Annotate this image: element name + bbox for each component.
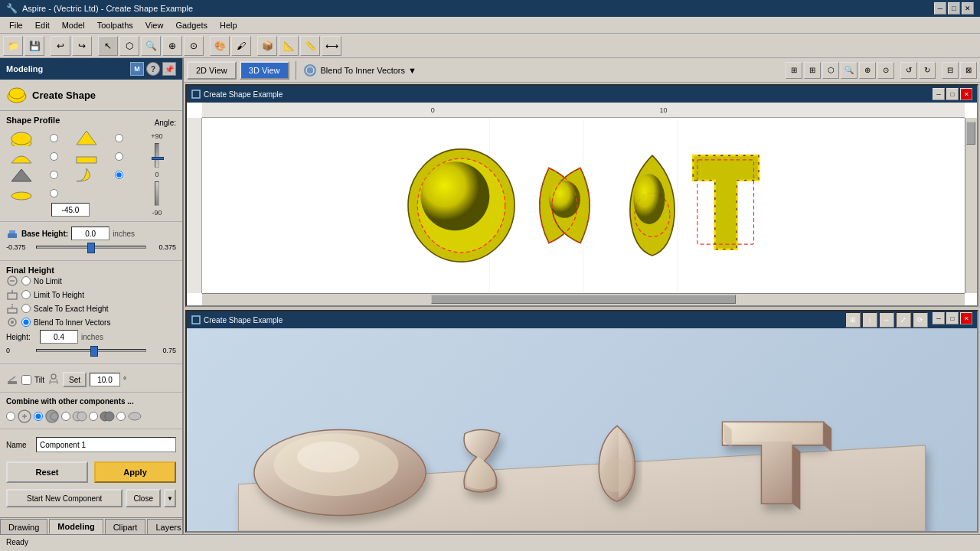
minimize-btn[interactable]: ─ (934, 2, 946, 15)
base-height-slider[interactable] (36, 246, 146, 249)
view-btn-extra1[interactable]: ↺ (900, 62, 917, 79)
tilt-set-btn[interactable]: Set (63, 372, 87, 387)
view-btn-extra3[interactable]: ⊟ (942, 62, 959, 79)
view-btn-extra2[interactable]: ↻ (919, 62, 936, 79)
vscroll-2d[interactable] (965, 118, 977, 293)
toolbar-btn-9[interactable]: 🖌 (231, 36, 251, 56)
radio-flat[interactable] (104, 152, 136, 161)
height-thumb[interactable] (90, 346, 98, 357)
blend-dropdown[interactable]: ▼ (408, 66, 416, 75)
canvas-3d-scene[interactable] (187, 328, 977, 531)
height-input[interactable] (40, 330, 78, 344)
close-btn[interactable]: Close (126, 489, 161, 507)
panel-help-icon[interactable]: ? (146, 62, 160, 76)
view-btn-extra4[interactable]: ⊠ (960, 62, 977, 79)
radio-rounded-tri[interactable] (104, 171, 136, 179)
2d-view-tab[interactable]: 2D View (187, 61, 237, 80)
tab-drawing[interactable]: Drawing (0, 519, 47, 534)
toolbar-btn-1[interactable]: 📁 (3, 36, 23, 56)
angle-input[interactable] (51, 203, 90, 217)
view-zoom-sel[interactable]: ⊕ (859, 62, 876, 79)
3d-toolbar-5[interactable]: ⟳ (913, 312, 928, 328)
shape-flat[interactable] (71, 148, 103, 165)
toolbar-btn-5[interactable]: 🔍 (141, 36, 161, 56)
shape-pill[interactable] (6, 184, 38, 201)
toolbar-btn-7[interactable]: ⊙ (184, 36, 204, 56)
angle-slider-thumb[interactable] (152, 157, 164, 160)
combine-multiply[interactable] (116, 412, 126, 421)
menu-file[interactable]: File (3, 19, 29, 31)
menu-toolpaths[interactable]: Toolpaths (91, 19, 139, 31)
3d-toolbar-1[interactable]: ⊞ (845, 312, 861, 328)
hscroll-2d[interactable] (202, 293, 965, 305)
canvas-3d-max[interactable]: □ (946, 312, 959, 324)
menu-model[interactable]: Model (56, 19, 91, 31)
radio-limit-height[interactable] (21, 290, 31, 299)
base-height-thumb[interactable] (87, 243, 95, 253)
canvas-2d-close[interactable]: ✕ (960, 88, 972, 100)
view-zoom-all[interactable]: ⊙ (877, 62, 894, 79)
view-zoom-fit[interactable]: 🔍 (841, 62, 858, 79)
toolbar-btn-12[interactable]: 📏 (300, 36, 320, 56)
menu-edit[interactable]: Edit (29, 19, 56, 31)
menu-view[interactable]: View (139, 19, 170, 31)
height-slider[interactable] (36, 349, 146, 352)
panel-pin-icon[interactable]: 📌 (162, 62, 176, 76)
shape-dome[interactable] (6, 129, 38, 146)
close-dropdown-arrow[interactable]: ▼ (164, 489, 176, 507)
tab-clipart[interactable]: Clipart (105, 519, 146, 534)
reset-btn[interactable]: Reset (6, 461, 88, 483)
3d-toolbar-4[interactable]: ⤢ (896, 312, 911, 328)
radio-blend-inner[interactable] (21, 318, 31, 327)
combine-subtract[interactable] (34, 412, 43, 421)
shape-curved[interactable] (6, 148, 38, 165)
canvas-2d-content[interactable]: 0 10 (187, 103, 977, 305)
apply-btn[interactable]: Apply (94, 461, 176, 483)
toolbar-btn-10[interactable]: 📦 (257, 36, 277, 56)
shape-rounded-triangle[interactable] (71, 166, 103, 183)
close-window-btn[interactable]: ✕ (962, 2, 974, 15)
3d-toolbar-3[interactable]: ↔ (879, 312, 894, 328)
combine-merge-low[interactable] (89, 412, 98, 421)
view-grid-btn[interactable]: ⊞ (804, 62, 821, 79)
3d-toolbar-2[interactable]: ↕ (862, 312, 877, 328)
toolbar-btn-11[interactable]: 📐 (279, 36, 299, 56)
canvas-2d-min[interactable]: ─ (933, 88, 945, 100)
canvas-2d-max[interactable]: □ (946, 88, 959, 100)
radio-cone[interactable] (104, 134, 136, 142)
radio-scale-exact[interactable] (21, 304, 31, 313)
shape-angular[interactable] (6, 166, 38, 183)
canvas-3d-close[interactable]: ✕ (960, 312, 972, 324)
vscroll-2d-thumb[interactable] (966, 122, 975, 145)
combine-merge-high[interactable] (61, 412, 70, 421)
tab-layers[interactable]: Layers (147, 519, 184, 534)
shape-cone[interactable] (71, 129, 103, 146)
3d-view-tab[interactable]: 3D View (240, 61, 289, 80)
toolbar-btn-6[interactable]: ⊕ (162, 36, 182, 56)
radio-angular[interactable] (39, 171, 70, 179)
toolbar-btn-8[interactable]: 🎨 (210, 36, 230, 56)
start-new-btn[interactable]: Start New Component (6, 489, 122, 507)
toolbar-btn-4[interactable]: ↪ (72, 36, 92, 56)
radio-dome[interactable] (39, 134, 70, 142)
menu-help[interactable]: Help (214, 19, 243, 31)
toolbar-btn-node[interactable]: ⬡ (119, 36, 139, 56)
view-fit-btn[interactable]: ⊞ (786, 62, 802, 79)
tilt-checkbox[interactable] (21, 375, 31, 385)
toolbar-btn-3[interactable]: ↩ (51, 36, 70, 56)
canvas-3d-min[interactable]: ─ (933, 312, 945, 324)
view-3d-btn[interactable]: ⬡ (822, 62, 839, 79)
tilt-value-input[interactable] (90, 373, 120, 386)
toolbar-btn-13[interactable]: ⟷ (322, 36, 341, 56)
combine-add[interactable] (6, 412, 15, 421)
menu-gadgets[interactable]: Gadgets (169, 19, 214, 31)
radio-pill[interactable] (39, 189, 70, 197)
tab-modeling[interactable]: Modeling (49, 519, 103, 534)
base-height-input[interactable] (71, 227, 109, 240)
restore-btn[interactable]: □ (948, 2, 960, 15)
name-input[interactable] (36, 437, 176, 452)
radio-no-limit[interactable] (21, 276, 31, 285)
toolbar-btn-select[interactable]: ↖ (98, 36, 118, 56)
panel-icon-1[interactable]: M (130, 62, 144, 76)
hscroll-2d-thumb[interactable] (431, 295, 736, 304)
